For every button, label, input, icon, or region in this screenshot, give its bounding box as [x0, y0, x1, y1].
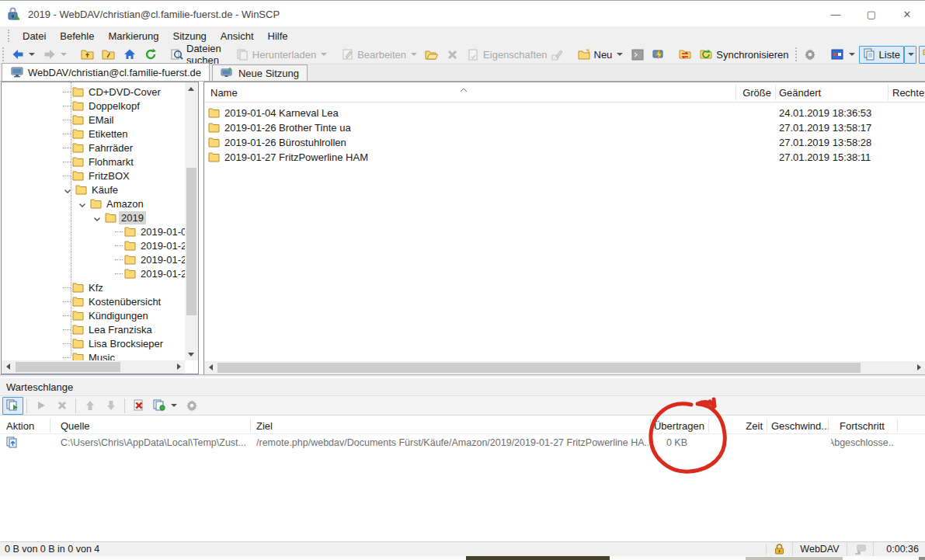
- folder-icon: [123, 239, 137, 252]
- file-row[interactable]: 2019-01-26 Bürostuhlrollen: [207, 134, 346, 150]
- tree-item[interactable]: 2019-01-26: [115, 252, 185, 266]
- tree-item-expanded[interactable]: Amazon: [78, 197, 144, 210]
- tree-vscroll-thumb[interactable]: [186, 168, 196, 315]
- parent-directory-button[interactable]: [77, 46, 98, 64]
- home-directory-button[interactable]: [119, 46, 140, 64]
- queue-title-bar: Warteschlange: [0, 378, 925, 396]
- sync-browsing-button[interactable]: [675, 46, 696, 64]
- find-files-button[interactable]: Dateien suchen: [167, 46, 226, 64]
- tree-vertical-scrollbar[interactable]: [185, 82, 198, 360]
- open-button[interactable]: [421, 46, 442, 64]
- tree-item[interactable]: Lea Franziska: [63, 322, 152, 336]
- scroll-right-arrow[interactable]: [913, 361, 925, 374]
- queue-col-source[interactable]: Quelle: [61, 417, 90, 434]
- queue-preferences-button[interactable]: [181, 397, 202, 415]
- tree-item-expanded[interactable]: Käufe: [64, 183, 118, 197]
- session-tab-active[interactable]: WebDAV/christian@cl.familie-fuerst.de: [2, 63, 210, 81]
- tree-item[interactable]: Kfz: [63, 280, 103, 294]
- chevron-down-icon[interactable]: [78, 200, 86, 207]
- tree-hscroll-thumb[interactable]: [16, 362, 120, 372]
- scroll-right-arrow[interactable]: [172, 360, 185, 373]
- status-connection-segment[interactable]: [847, 542, 874, 557]
- status-lock-segment[interactable]: [767, 542, 793, 557]
- tree-item[interactable]: 2019-01-27: [115, 266, 185, 280]
- queue-col-speed[interactable]: Geschwind...: [771, 417, 829, 434]
- new-session-tab[interactable]: Neue Sitzung: [212, 64, 308, 81]
- folder-icon: [207, 151, 221, 164]
- file-row[interactable]: 2019-01-27 FritzPowerline HAM: [207, 149, 368, 165]
- tree-item[interactable]: Lisa Brocksieper: [63, 336, 163, 350]
- tree-item[interactable]: Kündigungen: [63, 308, 148, 322]
- preferences-button[interactable]: [800, 46, 821, 64]
- scroll-up-arrow[interactable]: [185, 82, 197, 95]
- tree-item[interactable]: CD+DVD-Cover: [63, 85, 161, 99]
- refresh-button[interactable]: [140, 46, 161, 64]
- queue-process-caret[interactable]: [171, 404, 177, 407]
- file-horizontal-scrollbar[interactable]: [204, 361, 925, 374]
- tree-item[interactable]: 2019-01-04: [115, 224, 185, 238]
- tree-item-selected[interactable]: 2019: [93, 210, 146, 224]
- queue-col-transferred[interactable]: Übertragen: [652, 417, 704, 434]
- back-button[interactable]: [7, 46, 39, 64]
- menu-sitzung[interactable]: Sitzung: [165, 28, 213, 44]
- list-view-dropdown[interactable]: [904, 46, 916, 64]
- root-directory-button[interactable]: [98, 46, 119, 64]
- file-row[interactable]: 2019-01-04 Karneval Lea: [207, 105, 339, 120]
- tree-item[interactable]: Fahrräder: [63, 141, 133, 155]
- menu-datei[interactable]: Datei: [16, 28, 53, 44]
- tree-item[interactable]: Etiketten: [63, 127, 128, 141]
- queue-col-time[interactable]: Zeit: [711, 417, 763, 434]
- menu-grip[interactable]: [8, 30, 11, 42]
- tree-item[interactable]: Flohmarkt: [63, 155, 134, 169]
- menu-hilfe[interactable]: Hilfe: [261, 28, 295, 44]
- menu-befehle[interactable]: Befehle: [53, 28, 101, 44]
- new-session-monitor-icon: [221, 67, 234, 80]
- queue-item-row[interactable]: C:\Users\Chris\AppData\Local\Temp\Zust..…: [0, 434, 925, 451]
- panels-dropdown-caret[interactable]: [849, 53, 855, 56]
- queue-col-target[interactable]: Ziel: [256, 417, 273, 434]
- column-header-rights[interactable]: Rechte: [892, 82, 924, 103]
- status-protocol[interactable]: WebDAV: [793, 542, 847, 557]
- tree-item[interactable]: EMail: [63, 113, 114, 127]
- close-button[interactable]: ✕: [889, 2, 925, 26]
- tree-item[interactable]: 2019-01-26: [115, 238, 185, 252]
- tree-horizontal-scrollbar[interactable]: [2, 360, 185, 374]
- menu-ansicht[interactable]: Ansicht: [214, 28, 261, 44]
- tree-item[interactable]: Doppelkopf: [63, 99, 140, 113]
- scroll-left-arrow[interactable]: [204, 361, 217, 374]
- queue-process-button[interactable]: [149, 397, 181, 415]
- tree-item[interactable]: Music: [63, 350, 115, 360]
- forward-button[interactable]: [39, 46, 71, 64]
- forward-dropdown-caret[interactable]: [61, 53, 67, 56]
- panels-layout-button[interactable]: [827, 46, 859, 64]
- queue-col-progress[interactable]: Fortschritt: [831, 417, 893, 434]
- queue-delete-button[interactable]: [128, 397, 149, 415]
- menu-markierung[interactable]: Markierung: [101, 28, 165, 44]
- maximize-button[interactable]: ▢: [854, 2, 889, 26]
- shell-url-button[interactable]: [648, 46, 669, 64]
- folder-up-icon: [81, 48, 94, 61]
- back-dropdown-caret[interactable]: [29, 53, 35, 56]
- minimize-button[interactable]: —: [818, 2, 854, 26]
- chevron-down-icon[interactable]: [64, 186, 71, 193]
- toolbar-grip[interactable]: [2, 47, 4, 61]
- tree-toggle-button[interactable]: [919, 46, 925, 64]
- toolbar-grip-2[interactable]: [795, 47, 797, 61]
- tree-item[interactable]: Kostenübersicht: [63, 294, 161, 308]
- file-row[interactable]: 2019-01-26 Brother Tinte ua: [207, 120, 351, 135]
- scroll-down-arrow[interactable]: [185, 348, 197, 360]
- column-header-size[interactable]: Größe: [739, 82, 771, 103]
- queue-splitter[interactable]: [0, 374, 925, 377]
- list-view-button[interactable]: Liste: [859, 46, 904, 64]
- new-dropdown-caret[interactable]: [617, 53, 623, 56]
- queue-show-button[interactable]: [2, 397, 23, 415]
- chevron-down-icon[interactable]: [93, 214, 101, 221]
- file-hscroll-thumb[interactable]: [217, 363, 861, 373]
- tree-item[interactable]: FritzBOX: [63, 169, 130, 183]
- queue-col-action[interactable]: Aktion: [6, 417, 34, 434]
- scroll-left-arrow[interactable]: [2, 360, 14, 373]
- column-header-modified[interactable]: Geändert: [779, 82, 821, 103]
- new-button[interactable]: Neu: [574, 46, 628, 64]
- column-header-name[interactable]: Name: [210, 82, 238, 103]
- synchronize-button[interactable]: Synchronisieren: [696, 46, 792, 64]
